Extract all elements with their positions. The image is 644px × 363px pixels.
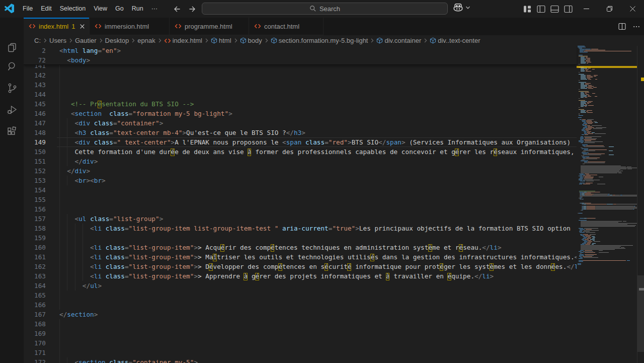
minimize-button[interactable] — [575, 0, 598, 18]
breadcrumb-item-C[interactable]: C: — [34, 37, 41, 44]
code-line-164[interactable]: 164 </ul> — [24, 281, 577, 291]
copilot-dropdown-chevron-icon[interactable] — [465, 5, 470, 10]
copilot-icon[interactable] — [453, 3, 463, 12]
breadcrumb-item-Users[interactable]: Users — [49, 37, 66, 44]
code-line-156[interactable]: 156 — [24, 204, 577, 214]
split-editor-button[interactable] — [618, 23, 626, 30]
breadcrumb-item-body[interactable]: body — [240, 37, 262, 44]
breadcrumb-separator-icon — [68, 38, 73, 43]
code-text: <div class="container"> — [59, 118, 163, 128]
code-line-144[interactable]: 144 — [24, 90, 577, 99]
code-line-162[interactable]: 162 <li class="list-group-item">> Dévelo… — [24, 262, 577, 271]
search-activity-icon[interactable] — [0, 56, 24, 77]
breadcrumb-item-epnak[interactable]: epnak — [137, 37, 155, 44]
sticky-line-72[interactable]: 72 <body> — [24, 55, 577, 65]
minimap[interactable] — [577, 46, 637, 363]
breadcrumb-item-section.formation.my-5.bg-light[interactable]: section.formation.my-5.bg-light — [271, 37, 368, 44]
tab-programme.html[interactable]: programme.html — [170, 18, 249, 35]
menu-selection[interactable]: Selection — [56, 0, 90, 18]
menu-dotsdotsdots[interactable]: ··· — [147, 0, 162, 18]
overview-ruler[interactable] — [637, 46, 644, 363]
code-line-142[interactable]: 142 — [24, 70, 577, 80]
tab-contact.html[interactable]: contact.html — [249, 18, 324, 35]
go-back-button[interactable] — [173, 5, 181, 13]
toggle-secondary-sidebar-button[interactable] — [564, 5, 573, 13]
code-line-157[interactable]: 157 <ul class="list-group"> — [24, 214, 577, 224]
scrollbar-thumb[interactable] — [637, 275, 644, 352]
code-line-145[interactable]: 145 <!-- Présentation du BTS SIO --> — [24, 99, 577, 109]
line-number: 151 — [24, 157, 46, 166]
more-actions-button[interactable] — [633, 23, 640, 30]
line-number: 169 — [24, 329, 46, 338]
code-line-167[interactable]: 167</section> — [24, 310, 577, 319]
breadcrumb-item-index.html[interactable]: index.html — [164, 37, 202, 44]
breadcrumb-item-Gautier[interactable]: Gautier — [75, 37, 97, 44]
code-text: <li class="list-group-item">> Maîtriser … — [59, 252, 577, 262]
code-line-151[interactable]: 151 </div> — [24, 157, 577, 166]
menu-go[interactable]: Go — [111, 0, 128, 18]
code-line-165[interactable]: 165 — [24, 291, 577, 300]
code-line-160[interactable]: 160 <li class="list-group-item">> Acquér… — [24, 243, 577, 252]
code-line-148[interactable]: 148 <h3 class="text-center mb-4">Qu'est-… — [24, 128, 577, 137]
line-number: 172 — [24, 357, 46, 363]
code-line-168[interactable]: 168 — [24, 319, 577, 329]
editor-tabs-bar: index.html1immersion.htmlprogramme.htmlc… — [24, 18, 644, 35]
tab-immersion.html[interactable]: immersion.html — [90, 18, 170, 35]
code-line-146[interactable]: 146 <section class="formation my-5 bg-li… — [24, 109, 577, 118]
source-control-activity-icon[interactable] — [0, 78, 24, 98]
close-tab-icon[interactable] — [80, 24, 85, 29]
line-number: 156 — [24, 204, 46, 214]
code-line-155[interactable]: 155 — [24, 195, 577, 204]
breadcrumb-item-Desktop[interactable]: Desktop — [105, 37, 129, 44]
code-line-159[interactable]: 159 — [24, 233, 577, 243]
extensions-activity-icon[interactable] — [0, 122, 24, 142]
menu-edit[interactable]: Edit — [37, 0, 56, 18]
code-line-158[interactable]: 158 <li class="list-group-item list-grou… — [24, 224, 577, 233]
code-line-172[interactable]: 172 <section class="container my-5"> — [24, 357, 577, 363]
code-line-163[interactable]: 163 <li class="list-group-item">> Appren… — [24, 271, 577, 281]
code-line-171[interactable]: 171 — [24, 348, 577, 357]
tab-label: contact.html — [264, 23, 299, 30]
breadcrumb-item-div.container[interactable]: div.container — [376, 37, 421, 44]
breadcrumb-separator-icon — [423, 38, 428, 43]
code-line-152[interactable]: 152 </div> — [24, 166, 577, 176]
run-and-debug-activity-icon[interactable] — [0, 100, 24, 120]
html-file-icon — [254, 23, 261, 29]
code-text: <br><br> — [59, 176, 106, 185]
close-window-button[interactable] — [621, 0, 644, 18]
sticky-line-2[interactable]: 2<html lang="en"> — [24, 46, 577, 55]
breadcrumb-item-div..text-center[interactable]: div..text-center — [430, 37, 480, 44]
customize-layout-button[interactable] — [523, 5, 532, 13]
code-text: <li class="list-group-item">> Acquérir d… — [59, 243, 502, 252]
restore-button[interactable] — [598, 0, 621, 18]
code-line-166[interactable]: 166 — [24, 300, 577, 310]
code-text: <body> — [59, 55, 90, 65]
code-line-149[interactable]: 149 <div class=" text-center">A l'EPNAK … — [24, 137, 577, 147]
tab-label: immersion.html — [105, 23, 149, 30]
go-forward-button[interactable] — [188, 5, 196, 13]
breadcrumb-separator-icon — [42, 38, 48, 43]
explorer-activity-icon[interactable] — [0, 38, 24, 58]
search-placeholder: Search — [319, 5, 340, 13]
code-text: <div class=" text-center">A l'EPNAK nous… — [59, 137, 571, 147]
code-editor[interactable]: 141142143144145 <!-- Présentation du BTS… — [24, 46, 577, 363]
menu-view[interactable]: View — [90, 0, 111, 18]
breadcrumb-separator-icon — [369, 38, 375, 43]
code-text: <html lang="en"> — [59, 46, 121, 55]
menu-file[interactable]: File — [19, 0, 37, 18]
code-line-161[interactable]: 161 <li class="list-group-item">> Maîtri… — [24, 252, 577, 262]
tab-index.html[interactable]: index.html1 — [24, 18, 90, 35]
code-line-170[interactable]: 170 — [24, 338, 577, 348]
breadcrumb-item-html[interactable]: html — [211, 37, 231, 44]
code-line-169[interactable]: 169 — [24, 329, 577, 338]
code-line-150[interactable]: 150 Cette formation d'une durée de deux … — [24, 147, 577, 157]
menu-run[interactable]: Run — [128, 0, 147, 18]
command-center-search[interactable]: Search — [202, 3, 448, 15]
code-line-147[interactable]: 147 <div class="container"> — [24, 118, 577, 128]
code-line-154[interactable]: 154 — [24, 185, 577, 195]
code-text: <section class="container my-5"> — [59, 357, 198, 363]
code-line-153[interactable]: 153 <br><br> — [24, 176, 577, 185]
toggle-panel-button[interactable] — [550, 5, 559, 13]
toggle-primary-sidebar-button[interactable] — [537, 5, 545, 13]
code-line-143[interactable]: 143 — [24, 80, 577, 90]
